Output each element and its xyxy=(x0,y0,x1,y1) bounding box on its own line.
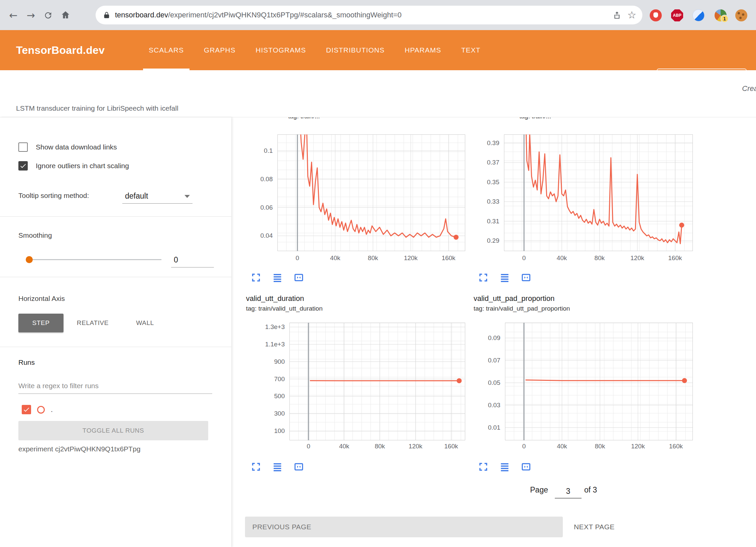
app-header: TensorBoard.dev SCALARS GRAPHS HISTOGRAM… xyxy=(0,30,756,70)
runs-label: Runs xyxy=(18,358,35,366)
axis-step-button[interactable]: STEP xyxy=(18,314,64,332)
y-tick-label: 0.37 xyxy=(487,159,499,166)
main-nav: SCALARS GRAPHS HISTOGRAMS DISTRIBUTIONS … xyxy=(143,30,495,70)
forward-button[interactable]: → xyxy=(22,9,39,21)
data-table-icon[interactable] xyxy=(500,272,510,283)
y-tick-label: 700 xyxy=(274,375,285,383)
y-tick-label: 0.39 xyxy=(487,139,499,147)
scalar-chart-1[interactable] xyxy=(277,134,465,251)
data-table-icon[interactable] xyxy=(500,462,510,472)
cookie-extension-icon[interactable] xyxy=(735,9,747,21)
chart-toolbar xyxy=(251,462,304,472)
sub-header: Crea LSTM transducer training for LibriS… xyxy=(0,70,756,117)
profile-avatar[interactable]: 1 xyxy=(715,9,727,21)
x-tick-label: 120k xyxy=(626,443,650,450)
y-tick-label: 0.01 xyxy=(488,424,500,431)
y-tick-label: 500 xyxy=(274,393,285,400)
app-body: Show data download links Ignore outliers… xyxy=(0,117,756,547)
smoothing-slider-thumb[interactable] xyxy=(26,256,33,263)
fit-domain-icon[interactable] xyxy=(521,462,531,472)
y-tick-label: 0.04 xyxy=(260,232,273,239)
bookmark-star-icon[interactable]: ☆ xyxy=(627,10,636,20)
divider xyxy=(0,347,231,347)
x-axis-labels: 040k80k120k160k xyxy=(505,441,693,450)
y-axis-labels: 0.390.370.350.330.310.29 xyxy=(479,134,501,251)
clipped-chart-tag: tag: train/... xyxy=(519,117,660,121)
extension-icon[interactable] xyxy=(692,9,705,21)
fullscreen-icon[interactable] xyxy=(478,462,488,472)
tab-hparams[interactable]: HPARAMS xyxy=(399,30,447,70)
run-row[interactable]: . xyxy=(18,405,53,414)
smoothing-slider-track[interactable] xyxy=(26,259,161,260)
fit-domain-icon[interactable] xyxy=(521,272,531,283)
check-icon xyxy=(19,162,27,170)
back-button[interactable]: ← xyxy=(5,9,22,21)
valid-utt-pad-proportion-chart[interactable] xyxy=(505,323,693,440)
app-logo: TensorBoard.dev xyxy=(16,30,105,70)
chart-title: valid_utt_duration xyxy=(246,294,304,303)
x-tick-label: 120k xyxy=(404,443,427,450)
scalar-chart-2[interactable] xyxy=(504,134,693,251)
chart-tag: tag: train/valid_utt_pad_proportion xyxy=(474,305,570,312)
chart-title: valid_utt_pad_proportion xyxy=(474,294,554,303)
page-number-input[interactable] xyxy=(555,484,582,499)
y-tick-label: 1.1e+3 xyxy=(265,341,285,348)
adblock-extension-icon[interactable] xyxy=(650,9,662,21)
url-path: /experiment/cj2vtPiwQHKN9Q1tx6PTpg/#scal… xyxy=(168,11,401,19)
x-axis-labels: 040k80k120k160k xyxy=(504,253,693,262)
next-page-button[interactable]: NEXT PAGE xyxy=(574,517,615,537)
data-table-icon[interactable] xyxy=(272,462,282,472)
data-table-icon[interactable] xyxy=(272,272,282,283)
fullscreen-icon[interactable] xyxy=(251,272,261,283)
tab-text[interactable]: TEXT xyxy=(456,30,486,70)
y-tick-label: 900 xyxy=(274,358,285,365)
axis-wall-button[interactable]: WALL xyxy=(126,314,164,332)
y-axis-labels: 0.090.070.050.030.01 xyxy=(480,323,502,440)
divider xyxy=(0,216,231,217)
show-download-links-checkbox[interactable] xyxy=(18,142,28,152)
page-label: Page xyxy=(530,485,548,495)
tab-distributions[interactable]: DISTRIBUTIONS xyxy=(321,30,390,70)
smoothing-value-input[interactable] xyxy=(171,252,214,267)
clipped-chart-tag: tag: train/... xyxy=(288,117,428,121)
x-tick-label: 40k xyxy=(550,443,574,450)
axis-relative-button[interactable]: RELATIVE xyxy=(67,314,119,332)
x-axis-labels: 040k80k120k160k xyxy=(277,253,465,262)
fit-domain-icon[interactable] xyxy=(294,272,304,283)
chart-toolbar xyxy=(478,272,531,283)
y-tick-label: 0.09 xyxy=(488,334,500,342)
previous-page-button[interactable]: PREVIOUS PAGE xyxy=(245,517,563,537)
y-tick-label: 0.06 xyxy=(260,204,273,211)
x-tick-label: 80k xyxy=(368,443,392,450)
runs-filter-input[interactable] xyxy=(18,378,212,394)
x-tick-label: 0 xyxy=(297,443,320,450)
run-checkbox[interactable] xyxy=(22,405,31,414)
y-tick-label: 0.31 xyxy=(487,218,499,225)
run-name: . xyxy=(51,406,53,414)
tooltip-sorting-dropdown[interactable]: default xyxy=(122,189,193,204)
tooltip-sorting-label: Tooltip sorting method: xyxy=(18,192,89,200)
share-icon[interactable] xyxy=(613,11,621,19)
y-tick-label: 0.35 xyxy=(487,179,499,186)
valid-utt-duration-chart[interactable] xyxy=(289,323,465,440)
reload-button[interactable] xyxy=(39,8,57,22)
x-tick-label: 0 xyxy=(512,443,536,450)
chevron-down-icon xyxy=(184,195,190,198)
x-tick-label: 160k xyxy=(663,254,687,262)
x-tick-label: 160k xyxy=(439,443,463,450)
address-bar[interactable]: tensorboard.dev/experiment/cj2vtPiwQHKN9… xyxy=(96,6,642,24)
fullscreen-icon[interactable] xyxy=(478,272,488,283)
home-button[interactable] xyxy=(57,8,74,22)
ignore-outliers-checkbox[interactable] xyxy=(18,161,28,171)
abp-extension-icon[interactable]: ABP xyxy=(671,9,683,21)
x-tick-label: 80k xyxy=(588,443,612,450)
fullscreen-icon[interactable] xyxy=(251,462,261,472)
y-tick-label: 1.3e+3 xyxy=(265,323,285,331)
fit-domain-icon[interactable] xyxy=(294,462,304,472)
toggle-all-runs-button[interactable]: TOGGLE ALL RUNS xyxy=(18,421,208,440)
x-axis-labels: 040k80k120k160k xyxy=(289,441,465,450)
tab-graphs[interactable]: GRAPHS xyxy=(198,30,241,70)
x-tick-label: 40k xyxy=(550,254,574,262)
tab-histograms[interactable]: HISTOGRAMS xyxy=(250,30,312,70)
tab-scalars[interactable]: SCALARS xyxy=(143,30,190,70)
